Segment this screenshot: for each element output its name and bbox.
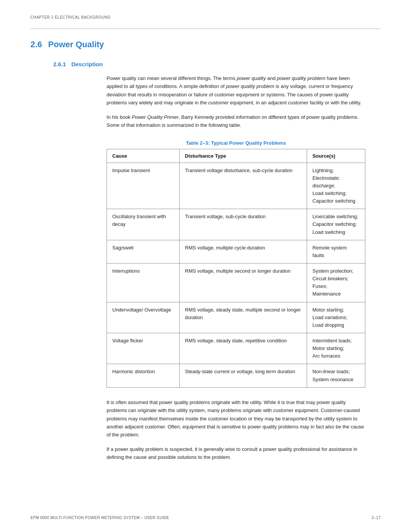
table-cell-disturbance: RMS voltage, multiple cycle duration — [180, 240, 307, 263]
table-row: Voltage flickerRMS voltage, steady state… — [107, 333, 365, 364]
table-header-row: Cause Disturbance Type Source(s) — [107, 149, 365, 163]
table-cell-disturbance: RMS voltage, steady state, repetitive co… — [180, 333, 307, 364]
table-row: InterruptionsRMS voltage, multiple secon… — [107, 264, 365, 302]
chapter-header: CHAPTER 2 ELECTRICAL BACKGROUND — [30, 15, 381, 19]
section-divider — [30, 29, 381, 29]
table-cell-cause: Sag/swell — [107, 240, 180, 263]
table-cell-disturbance: Steady-state current or voltage, long te… — [180, 364, 307, 387]
table-section: Table 2–3: Typical Power Quality Problem… — [107, 140, 365, 388]
table-cell-cause: Interruptions — [107, 264, 180, 302]
table-cell-sources: Motor starting;Load variations;Load drop… — [307, 302, 365, 333]
power-quality-table: Cause Disturbance Type Source(s) Impulse… — [107, 149, 365, 388]
page-footer: EPM 6000 MULTI-FUNCTION POWER METERING S… — [30, 516, 381, 520]
content-area: Power quality can mean several different… — [107, 74, 365, 462]
table-cell-sources: Remote system faults — [307, 240, 365, 263]
table-row: Oscillatory transient with decayTransien… — [107, 209, 365, 240]
table-cell-disturbance: RMS voltage, multiple second or longer d… — [180, 264, 307, 302]
table-cell-sources: Intermittent loads;Motor starting;Arc fu… — [307, 333, 365, 364]
table-cell-cause: Harmonic distortion — [107, 364, 180, 387]
table-cell-cause: Impulse transient — [107, 163, 180, 209]
col-header-cause: Cause — [107, 149, 180, 163]
table-cell-sources: Non-linear loads;System resonance — [307, 364, 365, 387]
table-cell-disturbance: Transient voltage disturbance, sub-cycle… — [180, 163, 307, 209]
page-container: CHAPTER 2 ELECTRICAL BACKGROUND 2.6 Powe… — [0, 0, 411, 532]
section-heading: 2.6 Power Quality — [30, 40, 381, 50]
table-row: Impulse transientTransient voltage distu… — [107, 163, 365, 209]
subsection-title: Description — [71, 61, 103, 67]
table-cell-sources: System protection;Circuit breakers;Fuses… — [307, 264, 365, 302]
footer-right: 2–17 — [372, 516, 381, 520]
col-header-disturbance: Disturbance Type — [180, 149, 307, 163]
table-cell-sources: Lightning;Electrostatic discharge;Load s… — [307, 163, 365, 209]
section-title: Power Quality — [48, 40, 104, 50]
table-cell-cause: Undervoltage/ Overvoltage — [107, 302, 180, 333]
subsection-heading: 2.6.1 Description — [53, 61, 381, 67]
table-row: Undervoltage/ OvervoltageRMS voltage, st… — [107, 302, 365, 333]
footer-paragraph-2: If a power quality problem is suspected,… — [107, 445, 365, 462]
footer-left: EPM 6000 MULTI-FUNCTION POWER METERING S… — [30, 516, 169, 520]
footer-paragraph-1: It is often assumed that power quality p… — [107, 398, 365, 439]
table-cell-sources: Line/cable switching;Capacitor switching… — [307, 209, 365, 240]
section-number: 2.6 — [30, 40, 42, 50]
table-cell-cause: Oscillatory transient with decay — [107, 209, 180, 240]
table-row: Sag/swellRMS voltage, multiple cycle dur… — [107, 240, 365, 263]
table-cell-disturbance: RMS voltage, steady state, multiple seco… — [180, 302, 307, 333]
table-caption: Table 2–3: Typical Power Quality Problem… — [107, 140, 365, 146]
table-cell-cause: Voltage flicker — [107, 333, 180, 364]
table-row: Harmonic distortionSteady-state current … — [107, 364, 365, 387]
col-header-sources: Source(s) — [307, 149, 365, 163]
table-cell-disturbance: Transient voltage, sub-cycle duration — [180, 209, 307, 240]
subsection-number: 2.6.1 — [53, 61, 66, 67]
body-paragraph-1: Power quality can mean several different… — [107, 74, 365, 107]
body-paragraph-2: In his book Power Quality Primer, Barry … — [107, 113, 365, 129]
